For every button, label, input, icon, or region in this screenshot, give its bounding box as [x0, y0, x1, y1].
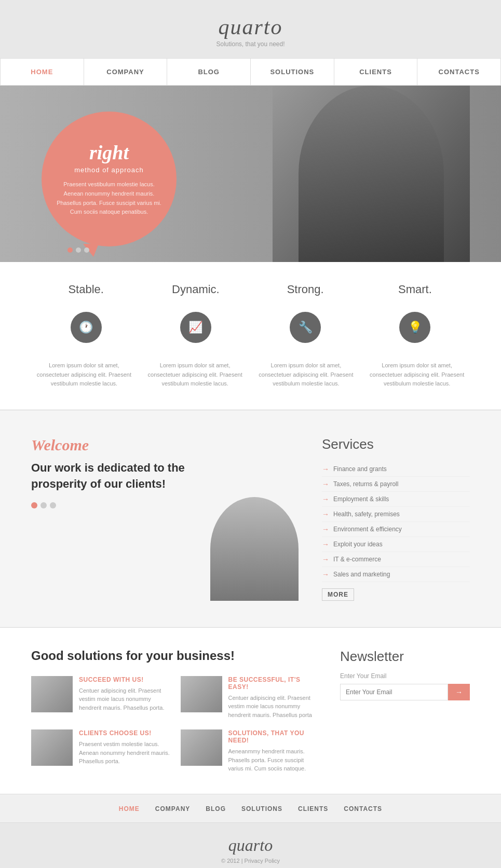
- solution-title-3: SOLUTIONS, THAT YOU NEED!: [228, 729, 320, 744]
- service-arrow-icon: →: [322, 495, 329, 503]
- hero-person: [273, 86, 470, 262]
- solution-thumb-3: [181, 729, 222, 766]
- newsletter-input[interactable]: [340, 684, 448, 700]
- welcome-heading: Our work is dedicated to the prosperity …: [31, 460, 187, 492]
- site-header: quarto Solutions, that you need!: [0, 0, 501, 53]
- service-label: Exploit your ideas: [333, 541, 383, 548]
- nav-item-home[interactable]: HOME: [0, 59, 84, 85]
- feature-title-0: Stable.: [31, 283, 141, 296]
- solution-content-1: BE SUCCESSFUL, IT'S EASY! Centuer adipis…: [228, 676, 320, 720]
- newsletter-title: Newsletter: [340, 649, 470, 665]
- nav-link-company[interactable]: COMPANY: [84, 59, 167, 85]
- nav-item-company[interactable]: COMPANY: [84, 59, 168, 85]
- feature-desc-0: Lorem ipsum dolor sit amet, consectetuer…: [31, 361, 137, 389]
- feature-desc-1: Lorem ipsum dolor sit amet, consectetuer…: [142, 361, 248, 389]
- newsletter-label: Enter Your Email: [340, 672, 470, 680]
- service-arrow-icon: →: [322, 525, 329, 533]
- service-item-3[interactable]: →Health, safety, premises: [322, 507, 470, 522]
- service-label: IT & e-commerce: [333, 556, 381, 563]
- solution-thumb-1: [181, 676, 222, 712]
- more-link[interactable]: MORE: [322, 588, 354, 601]
- service-item-2[interactable]: →Employment & skills: [322, 492, 470, 507]
- hero-text: Praesent vestibulum molestie lacus.Aenea…: [57, 180, 161, 216]
- nav-item-clients[interactable]: CLIENTS: [334, 59, 418, 85]
- solution-thumb-0: [31, 676, 73, 712]
- nav-link-solutions[interactable]: SOLUTIONS: [251, 59, 334, 85]
- solution-desc-1: Centuer adipiscing elit. Praesent vestim…: [228, 694, 320, 720]
- welcome-dot-3[interactable]: [50, 502, 56, 508]
- feature-desc-3: Lorem ipsum dolor sit amet, consectetuer…: [364, 361, 470, 389]
- footer-nav-link-solutions[interactable]: SOLUTIONS: [241, 805, 282, 812]
- hero-subtitle: method of approach: [74, 166, 144, 174]
- feature-title-3: Smart.: [360, 283, 470, 296]
- service-label: Taxes, returns & payroll: [333, 480, 398, 488]
- solution-thumb-img-1: [181, 676, 222, 712]
- newsletter-form: →: [340, 684, 470, 700]
- footer-nav-link-clients[interactable]: CLIENTS: [298, 805, 328, 812]
- footer-nav-item-contacts[interactable]: CONTACTS: [344, 804, 382, 813]
- hero-person-placeholder: [299, 86, 444, 262]
- footer-nav-item-company[interactable]: COMPANY: [155, 804, 190, 813]
- footer-nav-link-home[interactable]: HOME: [119, 805, 140, 812]
- solutions-heading: Good solutions for your business!: [31, 649, 319, 663]
- feature-icon-col-3: 💡: [360, 312, 470, 351]
- solution-title-1: BE SUCCESSFUL, IT'S EASY!: [228, 676, 320, 691]
- features-desc: Lorem ipsum dolor sit amet, consectetuer…: [31, 361, 470, 389]
- features-section: Stable.Dynamic.Strong.Smart. 🕐📈🔧💡 Lorem …: [0, 262, 501, 410]
- footer-nav-item-clients[interactable]: CLIENTS: [298, 804, 328, 813]
- service-arrow-icon: →: [322, 465, 329, 473]
- feature-icon-col-0: 🕐: [31, 312, 141, 351]
- footer-nav-link-contacts[interactable]: CONTACTS: [344, 805, 382, 812]
- feature-icon-1: 📈: [180, 312, 211, 343]
- service-item-6[interactable]: →IT & e-commerce: [322, 552, 470, 567]
- service-item-5[interactable]: →Exploit your ideas: [322, 537, 470, 552]
- newsletter-submit-button[interactable]: →: [448, 684, 470, 700]
- service-arrow-icon: →: [322, 570, 329, 578]
- nav-item-blog[interactable]: BLOG: [167, 59, 251, 85]
- solution-content-3: SOLUTIONS, THAT YOU NEED! Aeneanmmy hend…: [228, 729, 320, 773]
- nav-link-contacts[interactable]: CONTACTS: [417, 59, 500, 85]
- solutions-right: Newsletter Enter Your Email →: [340, 649, 470, 773]
- solution-item-0: SUCCEED WITH US! Centuer adipiscing elit…: [31, 676, 170, 720]
- nav-link-home[interactable]: HOME: [1, 59, 84, 85]
- footer-nav-link-blog[interactable]: BLOG: [206, 805, 226, 812]
- service-label: Employment & skills: [333, 495, 389, 503]
- solution-content-2: CLIENTS CHOOSE US! Praesent vestim moles…: [79, 729, 170, 773]
- footer-nav-item-home[interactable]: HOME: [119, 804, 140, 813]
- solution-item-3: SOLUTIONS, THAT YOU NEED! Aeneanmmy hend…: [181, 729, 320, 773]
- service-label: Health, safety, premises: [333, 511, 400, 518]
- hero-dot-2[interactable]: [76, 247, 81, 253]
- site-tagline: Solutions, that you need!: [0, 40, 501, 48]
- nav-link-clients[interactable]: CLIENTS: [334, 59, 417, 85]
- service-item-4[interactable]: →Environment & efficiency: [322, 522, 470, 537]
- welcome-center: [208, 436, 301, 601]
- service-item-1[interactable]: →Taxes, returns & payroll: [322, 477, 470, 492]
- service-item-7[interactable]: →Sales and marketing: [322, 567, 470, 582]
- solution-thumb-img-2: [31, 729, 73, 766]
- nav-item-contacts[interactable]: CONTACTS: [417, 59, 501, 85]
- nav-item-solutions[interactable]: SOLUTIONS: [251, 59, 334, 85]
- welcome-label: Welcome: [31, 436, 187, 454]
- services-list: →Finance and grants→Taxes, returns & pay…: [322, 462, 470, 582]
- welcome-dot-1[interactable]: [31, 502, 37, 508]
- welcome-services-section: Welcome Our work is dedicated to the pro…: [0, 410, 501, 627]
- nav-link-blog[interactable]: BLOG: [167, 59, 250, 85]
- footer-logo: quarto: [13, 836, 488, 855]
- service-item-0[interactable]: →Finance and grants: [322, 462, 470, 477]
- feature-icon-col-1: 📈: [141, 312, 250, 351]
- footer-nav-item-solutions[interactable]: SOLUTIONS: [241, 804, 282, 813]
- service-arrow-icon: →: [322, 555, 329, 563]
- hero-dot-3[interactable]: [84, 247, 89, 253]
- welcome-dot-2[interactable]: [40, 502, 47, 508]
- hero-dot-1[interactable]: [67, 247, 73, 253]
- service-label: Finance and grants: [333, 465, 387, 473]
- footer-nav-link-company[interactable]: COMPANY: [155, 805, 190, 812]
- features-icons: 🕐📈🔧💡: [31, 312, 470, 351]
- footer-nav: HOMECOMPANYBLOGSOLUTIONSCLIENTSCONTACTS: [0, 794, 501, 823]
- footer-copy: © 2012 | Privacy Policy: [13, 858, 488, 864]
- welcome-dots: [31, 502, 187, 508]
- welcome-left: Welcome Our work is dedicated to the pro…: [31, 436, 187, 601]
- footer-nav-item-blog[interactable]: BLOG: [206, 804, 226, 813]
- services-panel: Services →Finance and grants→Taxes, retu…: [322, 436, 470, 601]
- solution-thumb-img-3: [181, 729, 222, 766]
